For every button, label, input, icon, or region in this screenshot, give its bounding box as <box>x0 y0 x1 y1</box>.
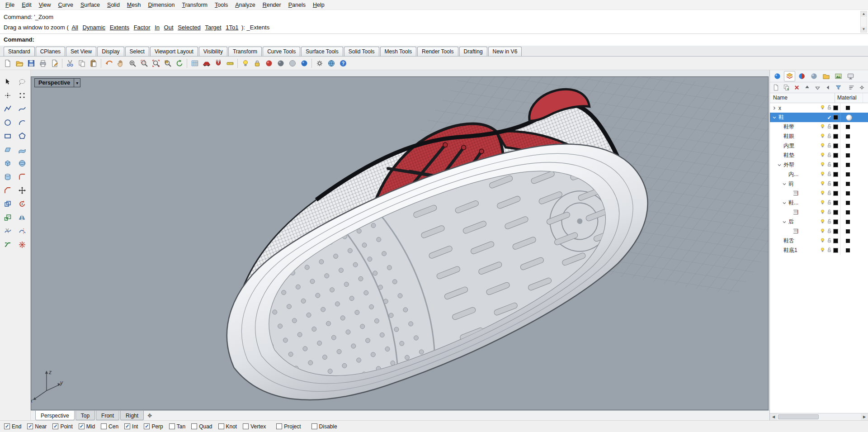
new-sublayer-button[interactable] <box>782 83 791 92</box>
viewport-canvas[interactable]: z x y <box>31 77 768 410</box>
osnap-disable-checkbox[interactable] <box>311 423 317 429</box>
layer-material-cell[interactable] <box>840 151 868 160</box>
layer-visibility-bulb-icon[interactable] <box>820 180 826 188</box>
osnap-tan[interactable]: Tan <box>169 423 185 430</box>
material-swatch[interactable] <box>846 191 850 195</box>
lock-objects-button[interactable] <box>251 57 263 69</box>
material-swatch[interactable] <box>846 134 850 138</box>
delete-layer-button[interactable] <box>792 83 802 92</box>
pan-view-button[interactable] <box>115 57 126 69</box>
box-tool-button[interactable] <box>2 157 14 169</box>
menu-solid[interactable]: Solid <box>104 0 123 9</box>
osnap-perp-checkbox[interactable]: ✓ <box>144 423 150 429</box>
layer-color-swatch[interactable] <box>833 219 838 224</box>
zoom-selected-button[interactable] <box>162 57 173 69</box>
rendering-tab[interactable] <box>833 71 844 81</box>
osnap-near-checkbox[interactable]: ✓ <box>27 423 33 429</box>
layer-color-swatch[interactable] <box>833 229 838 234</box>
layer-lock-icon[interactable] <box>826 152 832 159</box>
layer-lock-icon[interactable] <box>826 218 832 226</box>
toolbar-tab-solid-tools[interactable]: Solid Tools <box>344 47 379 56</box>
viewport-tab-front[interactable]: Front <box>96 411 119 420</box>
toolbar-tab-drafting[interactable]: Drafting <box>459 47 487 56</box>
osnap-vertex[interactable]: Vertex <box>243 423 266 430</box>
render-button[interactable] <box>263 57 274 69</box>
material-swatch[interactable] <box>846 163 850 167</box>
layer-material-cell[interactable] <box>840 103 868 113</box>
ghosted-viewport-button[interactable] <box>287 57 298 69</box>
layer-lock-icon[interactable] <box>826 171 832 178</box>
material-swatch[interactable] <box>846 182 850 186</box>
layer-row-x-0[interactable]: x <box>770 103 868 113</box>
osnap-point[interactable]: ✓Point <box>52 423 72 430</box>
layer-collapse-toggle[interactable] <box>782 219 788 225</box>
libraries-tab[interactable] <box>821 71 832 81</box>
layer-table-button[interactable] <box>189 57 200 69</box>
surface-loft-button[interactable] <box>16 143 28 156</box>
layer-row-彐-11[interactable]: 彐 <box>770 208 868 217</box>
rotate-tool-button[interactable] <box>16 198 28 210</box>
layer-color-swatch[interactable] <box>833 143 838 148</box>
layer-color-swatch[interactable] <box>833 134 838 139</box>
material-swatch[interactable] <box>846 229 850 233</box>
osnap-int[interactable]: ✓Int <box>124 423 138 430</box>
undo-button[interactable] <box>103 57 114 69</box>
layer-row-内--7[interactable]: 内... <box>770 170 868 179</box>
join-tool-button[interactable] <box>2 238 14 251</box>
layer-material-cell[interactable] <box>840 217 868 227</box>
command-history-scrollbar[interactable]: ▲ ▼ <box>860 11 867 33</box>
options-gear-button[interactable] <box>314 57 325 69</box>
toolbar-tab-render-tools[interactable]: Render Tools <box>417 47 458 56</box>
explode-tool-button[interactable] <box>16 238 28 251</box>
layer-material-cell[interactable] <box>840 141 868 151</box>
column-header-material[interactable]: Material <box>835 93 863 103</box>
layer-material-cell[interactable] <box>840 160 868 170</box>
layer-material-cell[interactable] <box>840 246 868 255</box>
edit-properties-button[interactable] <box>49 57 60 69</box>
layer-visibility-bulb-icon[interactable] <box>820 104 826 112</box>
layer-visibility-bulb-icon[interactable] <box>820 190 826 197</box>
layer-color-swatch[interactable] <box>833 248 838 253</box>
move-up-button[interactable] <box>802 83 812 92</box>
layer-row-鞋-1[interactable]: 鞋✓ <box>770 113 868 122</box>
toolbar-tab-select[interactable]: Select <box>125 47 149 56</box>
move-down-button[interactable] <box>813 83 822 92</box>
layer-visibility-bulb-icon[interactable] <box>820 152 826 159</box>
layer-color-swatch[interactable] <box>833 124 838 129</box>
toolbar-tab-visibility[interactable]: Visibility <box>199 47 227 56</box>
osnap-end[interactable]: ✓End <box>4 423 21 430</box>
layer-row-内里-4[interactable]: 内里 <box>770 141 868 151</box>
scrollbar-thumb[interactable] <box>778 414 819 419</box>
material-swatch[interactable] <box>846 125 850 129</box>
raytrace-viewport-button[interactable] <box>298 57 310 69</box>
material-swatch[interactable] <box>846 172 850 176</box>
layer-lock-icon[interactable] <box>826 209 832 216</box>
scroll-left-icon[interactable]: ◀ <box>770 413 777 420</box>
osnap-int-checkbox[interactable]: ✓ <box>124 423 130 429</box>
menu-render[interactable]: Render <box>259 0 285 9</box>
trim-tool-button[interactable] <box>2 225 14 237</box>
menu-mesh[interactable]: Mesh <box>123 0 145 9</box>
rotate-view-button[interactable] <box>174 57 185 69</box>
layer-row-彐-13[interactable]: 彐 <box>770 227 868 236</box>
layer-material-cell[interactable] <box>840 189 868 198</box>
sphere-tool-button[interactable] <box>16 157 28 169</box>
chamfer-tool-button[interactable] <box>2 184 14 196</box>
material-ball[interactable] <box>846 114 852 121</box>
copy-tool-button[interactable] <box>2 198 14 210</box>
layer-lock-icon[interactable] <box>826 123 832 131</box>
layer-visibility-bulb-icon[interactable] <box>820 133 826 140</box>
layer-color-swatch[interactable] <box>833 191 838 196</box>
menu-transform[interactable]: Transform <box>179 0 212 9</box>
layer-row-鞋垫-5[interactable]: 鞋垫 <box>770 151 868 160</box>
toolbar-tab-viewport-layout[interactable]: Viewport Layout <box>150 47 198 56</box>
new-layer-button[interactable] <box>771 83 781 92</box>
osnap-cen-checkbox[interactable] <box>101 423 107 429</box>
distance-button[interactable] <box>224 57 236 69</box>
filter-layers-button[interactable] <box>834 83 843 92</box>
layer-material-cell[interactable] <box>840 122 868 132</box>
layer-material-cell[interactable] <box>840 113 868 122</box>
osnap-cen[interactable]: Cen <box>101 423 118 430</box>
layer-options-button[interactable] <box>857 83 867 92</box>
layer-lock-icon[interactable] <box>826 190 832 197</box>
